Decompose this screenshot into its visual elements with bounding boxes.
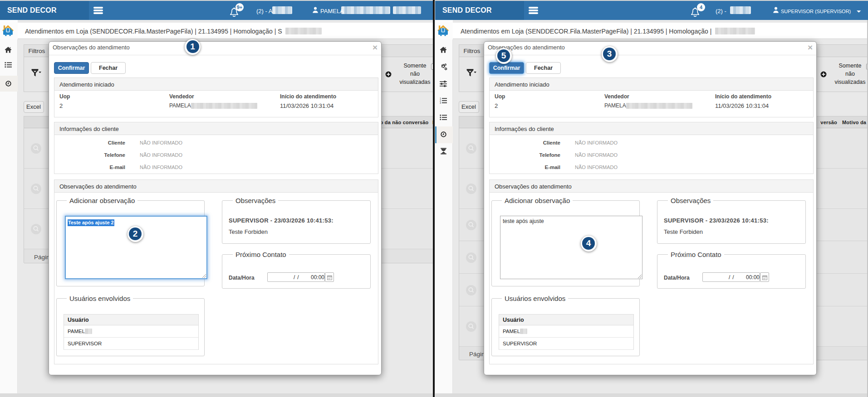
svg-text:3: 3 bbox=[440, 102, 441, 104]
